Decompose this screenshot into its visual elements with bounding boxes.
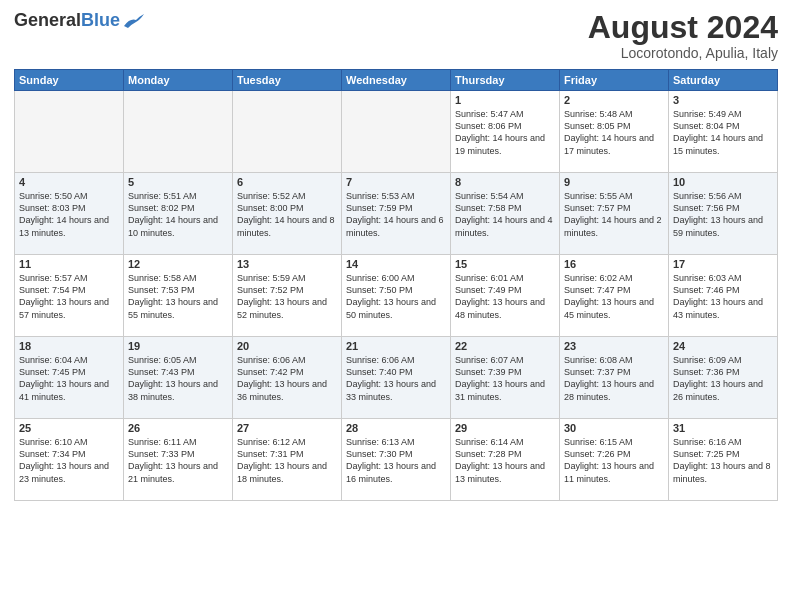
calendar-cell — [15, 91, 124, 173]
cell-info: Sunrise: 5:49 AMSunset: 8:04 PMDaylight:… — [673, 108, 773, 157]
day-number: 23 — [564, 340, 664, 352]
cell-info: Sunrise: 5:57 AMSunset: 7:54 PMDaylight:… — [19, 272, 119, 321]
cell-info: Sunrise: 6:14 AMSunset: 7:28 PMDaylight:… — [455, 436, 555, 485]
day-number: 27 — [237, 422, 337, 434]
day-number: 20 — [237, 340, 337, 352]
calendar-cell: 13Sunrise: 5:59 AMSunset: 7:52 PMDayligh… — [233, 255, 342, 337]
day-number: 25 — [19, 422, 119, 434]
day-number: 13 — [237, 258, 337, 270]
calendar-cell: 24Sunrise: 6:09 AMSunset: 7:36 PMDayligh… — [669, 337, 778, 419]
cell-info: Sunrise: 6:16 AMSunset: 7:25 PMDaylight:… — [673, 436, 773, 485]
day-number: 7 — [346, 176, 446, 188]
calendar-cell: 22Sunrise: 6:07 AMSunset: 7:39 PMDayligh… — [451, 337, 560, 419]
day-number: 22 — [455, 340, 555, 352]
calendar-week-row: 11Sunrise: 5:57 AMSunset: 7:54 PMDayligh… — [15, 255, 778, 337]
calendar-cell: 12Sunrise: 5:58 AMSunset: 7:53 PMDayligh… — [124, 255, 233, 337]
cell-info: Sunrise: 6:06 AMSunset: 7:40 PMDaylight:… — [346, 354, 446, 403]
calendar-cell: 26Sunrise: 6:11 AMSunset: 7:33 PMDayligh… — [124, 419, 233, 501]
day-number: 4 — [19, 176, 119, 188]
day-number: 24 — [673, 340, 773, 352]
title-block: August 2024 Locorotondo, Apulia, Italy — [588, 10, 778, 61]
cell-info: Sunrise: 6:11 AMSunset: 7:33 PMDaylight:… — [128, 436, 228, 485]
cell-info: Sunrise: 6:01 AMSunset: 7:49 PMDaylight:… — [455, 272, 555, 321]
cell-info: Sunrise: 6:05 AMSunset: 7:43 PMDaylight:… — [128, 354, 228, 403]
day-number: 28 — [346, 422, 446, 434]
day-header-thursday: Thursday — [451, 70, 560, 91]
cell-info: Sunrise: 6:04 AMSunset: 7:45 PMDaylight:… — [19, 354, 119, 403]
day-number: 29 — [455, 422, 555, 434]
cell-info: Sunrise: 6:03 AMSunset: 7:46 PMDaylight:… — [673, 272, 773, 321]
calendar-week-row: 4Sunrise: 5:50 AMSunset: 8:03 PMDaylight… — [15, 173, 778, 255]
day-number: 26 — [128, 422, 228, 434]
calendar-cell: 11Sunrise: 5:57 AMSunset: 7:54 PMDayligh… — [15, 255, 124, 337]
day-number: 11 — [19, 258, 119, 270]
logo-text: GeneralBlue — [14, 10, 120, 31]
day-header-friday: Friday — [560, 70, 669, 91]
calendar-cell: 16Sunrise: 6:02 AMSunset: 7:47 PMDayligh… — [560, 255, 669, 337]
page-header: GeneralBlue August 2024 Locorotondo, Apu… — [14, 10, 778, 61]
cell-info: Sunrise: 5:59 AMSunset: 7:52 PMDaylight:… — [237, 272, 337, 321]
cell-info: Sunrise: 6:02 AMSunset: 7:47 PMDaylight:… — [564, 272, 664, 321]
calendar-week-row: 25Sunrise: 6:10 AMSunset: 7:34 PMDayligh… — [15, 419, 778, 501]
calendar-cell: 5Sunrise: 5:51 AMSunset: 8:02 PMDaylight… — [124, 173, 233, 255]
day-number: 15 — [455, 258, 555, 270]
day-header-sunday: Sunday — [15, 70, 124, 91]
calendar-cell: 1Sunrise: 5:47 AMSunset: 8:06 PMDaylight… — [451, 91, 560, 173]
calendar-week-row: 1Sunrise: 5:47 AMSunset: 8:06 PMDaylight… — [15, 91, 778, 173]
cell-info: Sunrise: 6:10 AMSunset: 7:34 PMDaylight:… — [19, 436, 119, 485]
calendar-cell: 25Sunrise: 6:10 AMSunset: 7:34 PMDayligh… — [15, 419, 124, 501]
calendar-cell: 9Sunrise: 5:55 AMSunset: 7:57 PMDaylight… — [560, 173, 669, 255]
calendar-cell: 4Sunrise: 5:50 AMSunset: 8:03 PMDaylight… — [15, 173, 124, 255]
cell-info: Sunrise: 6:09 AMSunset: 7:36 PMDaylight:… — [673, 354, 773, 403]
day-number: 6 — [237, 176, 337, 188]
day-number: 3 — [673, 94, 773, 106]
calendar-cell: 2Sunrise: 5:48 AMSunset: 8:05 PMDaylight… — [560, 91, 669, 173]
day-number: 10 — [673, 176, 773, 188]
calendar-cell: 3Sunrise: 5:49 AMSunset: 8:04 PMDaylight… — [669, 91, 778, 173]
cell-info: Sunrise: 6:06 AMSunset: 7:42 PMDaylight:… — [237, 354, 337, 403]
day-number: 2 — [564, 94, 664, 106]
calendar-cell: 6Sunrise: 5:52 AMSunset: 8:00 PMDaylight… — [233, 173, 342, 255]
cell-info: Sunrise: 6:15 AMSunset: 7:26 PMDaylight:… — [564, 436, 664, 485]
cell-info: Sunrise: 5:53 AMSunset: 7:59 PMDaylight:… — [346, 190, 446, 239]
logo-bird-icon — [122, 12, 144, 30]
calendar-cell — [233, 91, 342, 173]
main-container: GeneralBlue August 2024 Locorotondo, Apu… — [0, 0, 792, 509]
location-subtitle: Locorotondo, Apulia, Italy — [588, 45, 778, 61]
day-number: 1 — [455, 94, 555, 106]
day-header-tuesday: Tuesday — [233, 70, 342, 91]
day-number: 19 — [128, 340, 228, 352]
day-header-monday: Monday — [124, 70, 233, 91]
day-number: 17 — [673, 258, 773, 270]
calendar-cell: 20Sunrise: 6:06 AMSunset: 7:42 PMDayligh… — [233, 337, 342, 419]
day-number: 9 — [564, 176, 664, 188]
calendar-cell: 30Sunrise: 6:15 AMSunset: 7:26 PMDayligh… — [560, 419, 669, 501]
page-title: August 2024 — [588, 10, 778, 45]
day-header-saturday: Saturday — [669, 70, 778, 91]
logo: GeneralBlue — [14, 10, 144, 31]
calendar-cell: 8Sunrise: 5:54 AMSunset: 7:58 PMDaylight… — [451, 173, 560, 255]
day-number: 12 — [128, 258, 228, 270]
calendar-cell: 19Sunrise: 6:05 AMSunset: 7:43 PMDayligh… — [124, 337, 233, 419]
calendar-table: SundayMondayTuesdayWednesdayThursdayFrid… — [14, 69, 778, 501]
calendar-cell: 21Sunrise: 6:06 AMSunset: 7:40 PMDayligh… — [342, 337, 451, 419]
cell-info: Sunrise: 5:52 AMSunset: 8:00 PMDaylight:… — [237, 190, 337, 239]
calendar-header-row: SundayMondayTuesdayWednesdayThursdayFrid… — [15, 70, 778, 91]
cell-info: Sunrise: 6:00 AMSunset: 7:50 PMDaylight:… — [346, 272, 446, 321]
calendar-cell: 27Sunrise: 6:12 AMSunset: 7:31 PMDayligh… — [233, 419, 342, 501]
day-number: 18 — [19, 340, 119, 352]
day-number: 31 — [673, 422, 773, 434]
day-number: 8 — [455, 176, 555, 188]
calendar-cell: 28Sunrise: 6:13 AMSunset: 7:30 PMDayligh… — [342, 419, 451, 501]
calendar-cell: 29Sunrise: 6:14 AMSunset: 7:28 PMDayligh… — [451, 419, 560, 501]
cell-info: Sunrise: 5:50 AMSunset: 8:03 PMDaylight:… — [19, 190, 119, 239]
calendar-cell: 18Sunrise: 6:04 AMSunset: 7:45 PMDayligh… — [15, 337, 124, 419]
cell-info: Sunrise: 5:55 AMSunset: 7:57 PMDaylight:… — [564, 190, 664, 239]
day-number: 30 — [564, 422, 664, 434]
cell-info: Sunrise: 5:47 AMSunset: 8:06 PMDaylight:… — [455, 108, 555, 157]
day-number: 14 — [346, 258, 446, 270]
calendar-cell: 10Sunrise: 5:56 AMSunset: 7:56 PMDayligh… — [669, 173, 778, 255]
day-number: 21 — [346, 340, 446, 352]
calendar-cell: 7Sunrise: 5:53 AMSunset: 7:59 PMDaylight… — [342, 173, 451, 255]
calendar-cell — [124, 91, 233, 173]
